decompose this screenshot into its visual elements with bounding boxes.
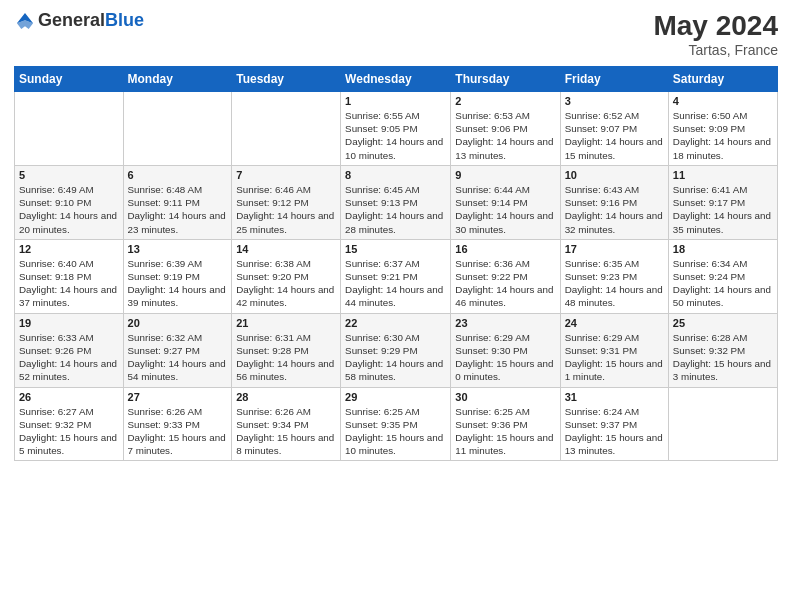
calendar-cell: 9Sunrise: 6:44 AM Sunset: 9:14 PM Daylig… (451, 165, 560, 239)
day-info: Sunrise: 6:26 AM Sunset: 9:34 PM Dayligh… (236, 405, 336, 458)
calendar-cell: 12Sunrise: 6:40 AM Sunset: 9:18 PM Dayli… (15, 239, 124, 313)
calendar-week-row: 12Sunrise: 6:40 AM Sunset: 9:18 PM Dayli… (15, 239, 778, 313)
day-info: Sunrise: 6:49 AM Sunset: 9:10 PM Dayligh… (19, 183, 119, 236)
day-info: Sunrise: 6:46 AM Sunset: 9:12 PM Dayligh… (236, 183, 336, 236)
calendar-cell: 20Sunrise: 6:32 AM Sunset: 9:27 PM Dayli… (123, 313, 232, 387)
day-number: 18 (673, 243, 773, 255)
day-number: 16 (455, 243, 555, 255)
location: Tartas, France (653, 42, 778, 58)
day-info: Sunrise: 6:48 AM Sunset: 9:11 PM Dayligh… (128, 183, 228, 236)
calendar-cell: 30Sunrise: 6:25 AM Sunset: 9:36 PM Dayli… (451, 387, 560, 461)
day-info: Sunrise: 6:53 AM Sunset: 9:06 PM Dayligh… (455, 109, 555, 162)
calendar-cell: 10Sunrise: 6:43 AM Sunset: 9:16 PM Dayli… (560, 165, 668, 239)
calendar-cell: 3Sunrise: 6:52 AM Sunset: 9:07 PM Daylig… (560, 92, 668, 166)
day-number: 8 (345, 169, 446, 181)
day-number: 12 (19, 243, 119, 255)
day-number: 29 (345, 391, 446, 403)
col-wednesday: Wednesday (341, 67, 451, 92)
day-number: 23 (455, 317, 555, 329)
col-sunday: Sunday (15, 67, 124, 92)
calendar-cell: 31Sunrise: 6:24 AM Sunset: 9:37 PM Dayli… (560, 387, 668, 461)
day-number: 21 (236, 317, 336, 329)
calendar-cell: 4Sunrise: 6:50 AM Sunset: 9:09 PM Daylig… (668, 92, 777, 166)
day-info: Sunrise: 6:40 AM Sunset: 9:18 PM Dayligh… (19, 257, 119, 310)
day-number: 31 (565, 391, 664, 403)
calendar-cell (232, 92, 341, 166)
day-info: Sunrise: 6:41 AM Sunset: 9:17 PM Dayligh… (673, 183, 773, 236)
day-info: Sunrise: 6:27 AM Sunset: 9:32 PM Dayligh… (19, 405, 119, 458)
calendar-cell: 28Sunrise: 6:26 AM Sunset: 9:34 PM Dayli… (232, 387, 341, 461)
day-info: Sunrise: 6:25 AM Sunset: 9:35 PM Dayligh… (345, 405, 446, 458)
day-info: Sunrise: 6:39 AM Sunset: 9:19 PM Dayligh… (128, 257, 228, 310)
day-number: 10 (565, 169, 664, 181)
calendar-table: Sunday Monday Tuesday Wednesday Thursday… (14, 66, 778, 461)
day-number: 19 (19, 317, 119, 329)
col-thursday: Thursday (451, 67, 560, 92)
calendar-week-row: 19Sunrise: 6:33 AM Sunset: 9:26 PM Dayli… (15, 313, 778, 387)
day-info: Sunrise: 6:36 AM Sunset: 9:22 PM Dayligh… (455, 257, 555, 310)
day-info: Sunrise: 6:52 AM Sunset: 9:07 PM Dayligh… (565, 109, 664, 162)
day-number: 1 (345, 95, 446, 107)
day-number: 24 (565, 317, 664, 329)
calendar-cell (123, 92, 232, 166)
calendar-cell: 22Sunrise: 6:30 AM Sunset: 9:29 PM Dayli… (341, 313, 451, 387)
logo-icon (14, 10, 36, 32)
month-year: May 2024 (653, 10, 778, 42)
col-tuesday: Tuesday (232, 67, 341, 92)
logo-general-text: General (38, 10, 105, 30)
day-info: Sunrise: 6:28 AM Sunset: 9:32 PM Dayligh… (673, 331, 773, 384)
day-info: Sunrise: 6:37 AM Sunset: 9:21 PM Dayligh… (345, 257, 446, 310)
calendar-cell: 27Sunrise: 6:26 AM Sunset: 9:33 PM Dayli… (123, 387, 232, 461)
calendar-cell: 18Sunrise: 6:34 AM Sunset: 9:24 PM Dayli… (668, 239, 777, 313)
day-info: Sunrise: 6:29 AM Sunset: 9:30 PM Dayligh… (455, 331, 555, 384)
day-number: 9 (455, 169, 555, 181)
calendar-cell: 5Sunrise: 6:49 AM Sunset: 9:10 PM Daylig… (15, 165, 124, 239)
day-info: Sunrise: 6:34 AM Sunset: 9:24 PM Dayligh… (673, 257, 773, 310)
day-info: Sunrise: 6:55 AM Sunset: 9:05 PM Dayligh… (345, 109, 446, 162)
day-number: 2 (455, 95, 555, 107)
day-info: Sunrise: 6:44 AM Sunset: 9:14 PM Dayligh… (455, 183, 555, 236)
day-number: 11 (673, 169, 773, 181)
calendar-cell: 7Sunrise: 6:46 AM Sunset: 9:12 PM Daylig… (232, 165, 341, 239)
day-number: 5 (19, 169, 119, 181)
calendar-cell: 13Sunrise: 6:39 AM Sunset: 9:19 PM Dayli… (123, 239, 232, 313)
day-info: Sunrise: 6:25 AM Sunset: 9:36 PM Dayligh… (455, 405, 555, 458)
title-block: May 2024 Tartas, France (653, 10, 778, 58)
calendar-cell: 19Sunrise: 6:33 AM Sunset: 9:26 PM Dayli… (15, 313, 124, 387)
day-number: 13 (128, 243, 228, 255)
calendar-cell: 15Sunrise: 6:37 AM Sunset: 9:21 PM Dayli… (341, 239, 451, 313)
day-info: Sunrise: 6:30 AM Sunset: 9:29 PM Dayligh… (345, 331, 446, 384)
calendar-cell: 29Sunrise: 6:25 AM Sunset: 9:35 PM Dayli… (341, 387, 451, 461)
calendar-header-row: Sunday Monday Tuesday Wednesday Thursday… (15, 67, 778, 92)
day-info: Sunrise: 6:24 AM Sunset: 9:37 PM Dayligh… (565, 405, 664, 458)
calendar-cell: 1Sunrise: 6:55 AM Sunset: 9:05 PM Daylig… (341, 92, 451, 166)
logo: GeneralBlue (14, 10, 144, 32)
calendar-cell: 8Sunrise: 6:45 AM Sunset: 9:13 PM Daylig… (341, 165, 451, 239)
day-info: Sunrise: 6:50 AM Sunset: 9:09 PM Dayligh… (673, 109, 773, 162)
day-number: 17 (565, 243, 664, 255)
day-number: 3 (565, 95, 664, 107)
calendar-week-row: 26Sunrise: 6:27 AM Sunset: 9:32 PM Dayli… (15, 387, 778, 461)
calendar-cell: 25Sunrise: 6:28 AM Sunset: 9:32 PM Dayli… (668, 313, 777, 387)
day-number: 26 (19, 391, 119, 403)
calendar-cell: 21Sunrise: 6:31 AM Sunset: 9:28 PM Dayli… (232, 313, 341, 387)
day-number: 4 (673, 95, 773, 107)
calendar-week-row: 5Sunrise: 6:49 AM Sunset: 9:10 PM Daylig… (15, 165, 778, 239)
day-info: Sunrise: 6:31 AM Sunset: 9:28 PM Dayligh… (236, 331, 336, 384)
calendar-cell (15, 92, 124, 166)
day-info: Sunrise: 6:33 AM Sunset: 9:26 PM Dayligh… (19, 331, 119, 384)
calendar-cell: 16Sunrise: 6:36 AM Sunset: 9:22 PM Dayli… (451, 239, 560, 313)
day-info: Sunrise: 6:29 AM Sunset: 9:31 PM Dayligh… (565, 331, 664, 384)
day-number: 20 (128, 317, 228, 329)
calendar-cell: 14Sunrise: 6:38 AM Sunset: 9:20 PM Dayli… (232, 239, 341, 313)
day-info: Sunrise: 6:43 AM Sunset: 9:16 PM Dayligh… (565, 183, 664, 236)
calendar-cell: 2Sunrise: 6:53 AM Sunset: 9:06 PM Daylig… (451, 92, 560, 166)
col-saturday: Saturday (668, 67, 777, 92)
logo-blue-text: Blue (105, 10, 144, 30)
calendar-cell: 23Sunrise: 6:29 AM Sunset: 9:30 PM Dayli… (451, 313, 560, 387)
day-info: Sunrise: 6:45 AM Sunset: 9:13 PM Dayligh… (345, 183, 446, 236)
col-monday: Monday (123, 67, 232, 92)
day-info: Sunrise: 6:32 AM Sunset: 9:27 PM Dayligh… (128, 331, 228, 384)
day-info: Sunrise: 6:38 AM Sunset: 9:20 PM Dayligh… (236, 257, 336, 310)
day-number: 25 (673, 317, 773, 329)
